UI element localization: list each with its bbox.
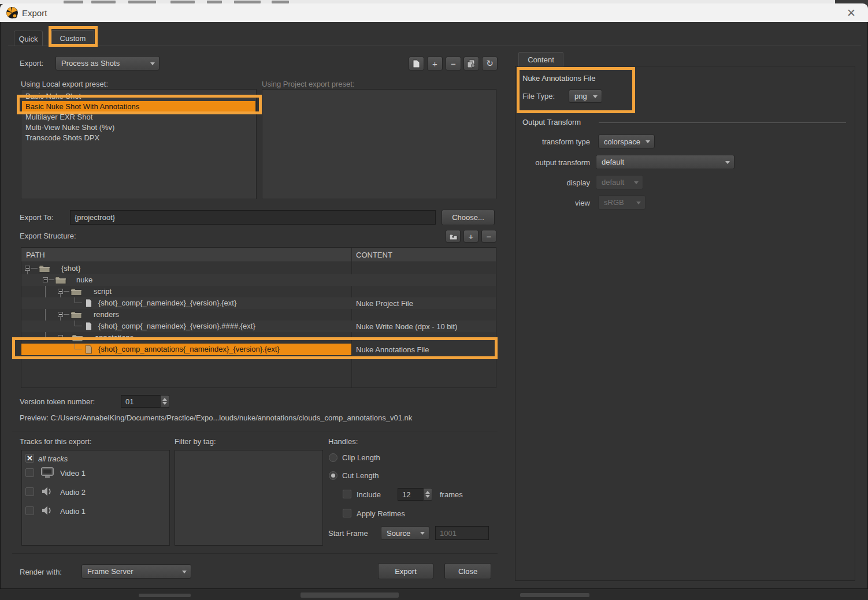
project-preset-list[interactable] bbox=[262, 89, 496, 199]
local-preset-list[interactable]: Basic Nuke Shot Basic Nuke Shot With Ann… bbox=[21, 89, 257, 199]
output-transform-label: output transform bbox=[524, 158, 590, 167]
spin-up-icon[interactable] bbox=[425, 491, 430, 494]
new-preset-button[interactable] bbox=[409, 57, 424, 70]
clip-length-radio[interactable] bbox=[329, 453, 337, 462]
output-transform-dropdown[interactable]: default bbox=[596, 155, 735, 169]
duplicate-preset-button[interactable] bbox=[463, 57, 479, 70]
display-dropdown[interactable]: default bbox=[596, 175, 643, 189]
export-to-input[interactable] bbox=[70, 210, 436, 225]
list-item[interactable]: Basic Nuke Shot bbox=[22, 91, 255, 101]
file-type-dropdown[interactable]: png bbox=[569, 90, 602, 103]
list-item[interactable]: Transcode Shots DPX bbox=[22, 132, 255, 143]
include-label[interactable]: Include bbox=[357, 490, 381, 499]
file-icon bbox=[85, 322, 92, 331]
nuke-app-icon bbox=[6, 6, 18, 19]
export-dialog-body: Quick Custom Export: Process as Shots + … bbox=[0, 22, 868, 589]
include-frames-spinner[interactable] bbox=[423, 488, 432, 501]
audio-track-icon bbox=[42, 505, 53, 516]
include-frames-input[interactable] bbox=[398, 488, 424, 501]
track-checkbox[interactable] bbox=[25, 468, 34, 477]
tree-row[interactable]: {shot} bbox=[21, 263, 496, 274]
background-fragment bbox=[301, 592, 399, 598]
spin-down-icon[interactable] bbox=[425, 495, 430, 498]
handles-label: Handles: bbox=[328, 437, 358, 446]
remove-preset-button[interactable]: − bbox=[446, 57, 461, 70]
tree-connector bbox=[49, 279, 54, 280]
track-label: Audio 1 bbox=[60, 507, 86, 516]
tree-connector bbox=[75, 297, 82, 303]
track-checkbox[interactable] bbox=[25, 506, 34, 515]
filter-by-tag-label: Filter by tag: bbox=[175, 437, 216, 446]
all-tracks-checkbox[interactable]: ✕ bbox=[25, 454, 34, 463]
close-icon[interactable]: ✕ bbox=[844, 5, 859, 20]
view-dropdown[interactable]: sRGB bbox=[598, 195, 646, 210]
choose-button[interactable]: Choose... bbox=[442, 210, 495, 225]
start-frame-value-input[interactable] bbox=[435, 526, 489, 540]
list-item[interactable]: Multilayer EXR Shot bbox=[22, 111, 255, 122]
folder-icon bbox=[71, 310, 82, 319]
transform-type-label: transform type bbox=[524, 137, 590, 146]
expander-icon[interactable] bbox=[43, 277, 48, 282]
expander-icon[interactable] bbox=[58, 335, 63, 340]
expander-icon[interactable] bbox=[58, 312, 63, 317]
display-label: display bbox=[524, 178, 590, 187]
list-item-selected[interactable]: Basic Nuke Shot With Annotations bbox=[22, 101, 255, 111]
add-preset-button[interactable]: + bbox=[427, 57, 443, 70]
tracks-list[interactable]: ✕ all tracks Video 1 Audio 2 Audio 1 bbox=[21, 450, 170, 546]
column-path: PATH bbox=[26, 251, 45, 259]
export-button[interactable]: Export bbox=[378, 563, 433, 579]
transform-type-dropdown[interactable]: colorspace bbox=[598, 135, 655, 148]
cut-length-label[interactable]: Cut Length bbox=[342, 471, 379, 480]
cut-length-radio[interactable] bbox=[329, 471, 337, 480]
version-spinner[interactable] bbox=[160, 395, 169, 408]
tree-connector bbox=[64, 337, 69, 338]
revert-preset-button[interactable]: ↻ bbox=[482, 57, 498, 70]
tree-connector bbox=[75, 321, 82, 326]
expander-icon[interactable] bbox=[25, 266, 30, 271]
apply-retimes-checkbox[interactable] bbox=[343, 509, 351, 517]
preview-path: Preview: C:/Users/AnnabelKing/Documents/… bbox=[20, 413, 412, 422]
tree-connector bbox=[64, 314, 69, 315]
export-mode-dropdown[interactable]: Process as Shots bbox=[55, 56, 159, 70]
export-label: Export: bbox=[20, 59, 43, 68]
tree-row[interactable]: nuke bbox=[21, 274, 496, 286]
track-checkbox[interactable] bbox=[25, 487, 34, 496]
tree-row[interactable]: annotations bbox=[21, 332, 496, 344]
document-icon bbox=[413, 59, 420, 68]
tree-row[interactable]: {shot}_comp{_nameindex}_{version}.{ext} … bbox=[21, 297, 496, 309]
tree-row[interactable]: {shot}_comp{_nameindex}_{version}.####.{… bbox=[21, 321, 496, 332]
tracks-label: Tracks for this export: bbox=[20, 437, 92, 446]
close-button[interactable]: Close bbox=[444, 563, 491, 579]
remove-structure-button[interactable]: − bbox=[481, 230, 496, 243]
export-structure-tree[interactable]: PATH CONTENT {shot} bbox=[21, 247, 496, 388]
track-label: Video 1 bbox=[60, 469, 86, 478]
tab-custom[interactable]: Custom bbox=[51, 30, 94, 46]
tree-header: PATH CONTENT bbox=[21, 248, 496, 262]
tab-quick[interactable]: Quick bbox=[14, 31, 43, 46]
tree-row[interactable]: script bbox=[21, 286, 496, 297]
render-with-dropdown[interactable]: Frame Server bbox=[81, 564, 191, 579]
filter-by-tag-list[interactable] bbox=[175, 450, 323, 546]
project-preset-label: Using Project export preset: bbox=[262, 80, 354, 88]
apply-retimes-label[interactable]: Apply Retimes bbox=[357, 509, 405, 518]
dialog-titlebar: Export ✕ bbox=[0, 3, 868, 22]
local-preset-label: Using Local export preset: bbox=[21, 80, 108, 88]
content-heading: Nuke Annotations File bbox=[522, 74, 595, 83]
include-checkbox[interactable] bbox=[343, 490, 351, 498]
spin-up-icon[interactable] bbox=[162, 398, 167, 401]
start-frame-mode-dropdown[interactable]: Source bbox=[381, 526, 429, 540]
add-structure-button[interactable]: + bbox=[463, 230, 478, 243]
clip-length-label[interactable]: Clip Length bbox=[342, 453, 380, 462]
folder-icon bbox=[72, 333, 83, 342]
expander-icon[interactable] bbox=[58, 289, 63, 294]
tree-connector bbox=[31, 268, 38, 269]
spin-down-icon[interactable] bbox=[162, 402, 167, 405]
folder-icon bbox=[39, 264, 50, 273]
list-item[interactable]: Multi-View Nuke Shot (%v) bbox=[22, 122, 255, 132]
duplicate-structure-button[interactable] bbox=[446, 230, 461, 243]
tree-row-selected[interactable]: {shot}_comp_annotations{_nameindex}_{ver… bbox=[21, 344, 496, 355]
tree-row[interactable]: renders bbox=[21, 309, 496, 321]
tree-connector bbox=[75, 344, 82, 349]
output-transform-section-label: Output Transform bbox=[522, 118, 581, 126]
tab-content[interactable]: Content bbox=[518, 52, 563, 66]
